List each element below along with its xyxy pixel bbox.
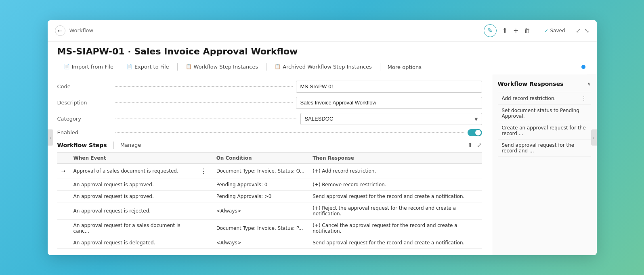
tab-import-from-file[interactable]: 📄 Import from File (57, 60, 120, 74)
archived-icon: 📋 (275, 64, 281, 69)
response-item[interactable]: Create an approval request for the recor… (498, 122, 591, 140)
th-then-response: Then Response (308, 153, 482, 164)
expand-icon[interactable]: ⤢ (576, 27, 581, 34)
right-collapse-handle[interactable]: › (591, 129, 597, 146)
page-header: MS-SIAPW-01 · Sales Invoice Approval Wor… (48, 42, 597, 74)
then-response-cell[interactable]: (+) Remove record restriction. (308, 179, 482, 190)
back-button[interactable]: ← (55, 25, 65, 36)
left-collapse-handle[interactable]: ‹ (48, 129, 53, 146)
tab-dot (581, 65, 585, 69)
on-condition-cell[interactable]: Pending Approvals: >0 (212, 190, 309, 202)
then-response-cell: Send approval request for the record and… (308, 190, 482, 202)
share-icon: ⬆ (502, 27, 508, 34)
right-panel-title: Workflow Responses (498, 81, 564, 87)
toggle-track[interactable] (468, 129, 482, 136)
table-row: An approval request for a sales document… (57, 219, 482, 237)
on-condition-cell[interactable]: <Always> (212, 237, 309, 248)
th-when-event: When Event (69, 153, 195, 164)
on-condition-cell[interactable]: Pending Approvals: 0 (212, 179, 309, 190)
th-arrow (57, 153, 69, 164)
row-options-button[interactable]: ⋮ (199, 167, 208, 176)
form-description-row: Description (57, 97, 482, 109)
then-response-cell[interactable]: (+) Reject the approval request for the … (308, 202, 482, 219)
on-condition-cell[interactable]: <Always> (212, 202, 309, 219)
window-controls: ⤢ ⤡ (576, 27, 589, 34)
steps-table: When Event On Condition Then Response →A… (57, 153, 482, 249)
enabled-label: Enabled (57, 129, 114, 135)
then-response-cell: Send approval request for the record and… (308, 237, 482, 248)
chevron-icon[interactable]: ∨ (587, 81, 591, 87)
tab-divider-2 (266, 63, 266, 71)
toggle-knob (475, 130, 481, 135)
manage-button[interactable]: Manage (120, 142, 141, 148)
nav-label: Workflow (69, 27, 94, 33)
when-event-cell: An approval request for a sales document… (69, 219, 195, 237)
code-label: Code (57, 83, 114, 90)
tab-workflow-step-instances[interactable]: 📋 Workflow Step Instances (179, 60, 265, 74)
row-dots-cell: ⋮ (195, 163, 212, 179)
response-item[interactable]: Send approval request for the record and… (498, 140, 591, 157)
workflow-step-icon: 📋 (186, 64, 192, 69)
tabs-row: 📄 Import from File 📄 Export to File 📋 Wo… (57, 60, 587, 74)
response-item[interactable]: Add record restriction.⋮ (498, 92, 591, 105)
step-expand-icon[interactable]: ⤢ (477, 142, 482, 149)
form-enabled-row: Enabled (57, 129, 482, 136)
then-response-cell[interactable]: (+) Cancel the approval request for the … (308, 219, 482, 237)
delete-icon: 🗑 (524, 27, 531, 34)
on-condition-cell[interactable]: Document Type: Invoice, Status: O... (212, 163, 309, 179)
edit-button[interactable]: ✎ (484, 24, 497, 37)
when-event-cell: An approval request is rejected. (69, 202, 195, 219)
response-item-options-button[interactable]: ⋮ (581, 95, 587, 102)
table-row: An approval request is approved.Pending … (57, 179, 482, 190)
right-panel: Workflow Responses ∨ Add record restrict… (492, 74, 597, 255)
row-arrow (57, 202, 69, 219)
title-bar: ← Workflow ✎ ⬆ + 🗑 ✓ Saved ⤢ ⤡ (48, 20, 597, 42)
category-label: Category (57, 116, 114, 122)
code-input[interactable] (296, 81, 482, 93)
content-area: Code Description Category SALESDOC ▼ (48, 74, 597, 255)
then-response-cell[interactable]: (+) Add record restriction. (308, 163, 482, 179)
step-share-icon[interactable]: ⬆ (468, 142, 473, 149)
tab-archived-workflow-step-instances[interactable]: 📋 Archived Workflow Step Instances (268, 60, 378, 74)
tabs: 📄 Import from File 📄 Export to File 📋 Wo… (57, 60, 587, 74)
toolbar-icons: ✎ ⬆ + 🗑 ✓ Saved ⤢ ⤡ (484, 24, 589, 37)
form-code-row: Code (57, 81, 482, 93)
response-item[interactable]: Set document status to Pending Approval. (498, 105, 591, 122)
category-select[interactable]: SALESDOC (300, 113, 482, 125)
step-action-icons: ⬆ ⤢ (468, 142, 482, 149)
response-item-label: Create an approval request for the recor… (502, 125, 587, 136)
minimize-icon[interactable]: ⤡ (584, 27, 589, 34)
table-header: When Event On Condition Then Response (57, 153, 482, 164)
table-row: An approval request is delegated.<Always… (57, 237, 482, 248)
response-item-label: Send approval request for the record and… (502, 142, 587, 154)
enabled-toggle[interactable] (468, 129, 482, 136)
row-dots-cell (195, 237, 212, 248)
when-event-cell: An approval request is delegated. (69, 237, 195, 248)
add-button[interactable]: + (513, 27, 518, 34)
response-item-label: Set document status to Pending Approval. (502, 108, 587, 119)
row-dots-cell (195, 190, 212, 202)
form-category-row: Category SALESDOC ▼ (57, 113, 482, 125)
more-options-button[interactable]: More options (382, 61, 427, 73)
when-event-cell: Approval of a sales document is requeste… (69, 163, 195, 179)
share-button[interactable]: ⬆ (502, 27, 508, 34)
back-icon: ← (58, 27, 63, 34)
main-content: Code Description Category SALESDOC ▼ (48, 74, 492, 255)
category-select-wrap: SALESDOC ▼ (300, 113, 482, 125)
description-input[interactable] (296, 97, 482, 109)
table-row: An approval request is approved.Pending … (57, 190, 482, 202)
add-icon: + (513, 27, 518, 34)
description-label: Description (57, 100, 114, 106)
row-arrow (57, 219, 69, 237)
table-row: An approval request is rejected.<Always>… (57, 202, 482, 219)
workflow-steps-title: Workflow Steps (57, 140, 107, 150)
tab-export-to-file[interactable]: 📄 Export to File (120, 60, 176, 74)
row-arrow (57, 179, 69, 190)
on-condition-cell[interactable]: Document Type: Invoice, Status: P... (212, 219, 309, 237)
delete-button[interactable]: 🗑 (524, 27, 531, 34)
th-dots-btn (195, 153, 212, 164)
row-dots-cell (195, 219, 212, 237)
row-arrow (57, 190, 69, 202)
table-row: →Approval of a sales document is request… (57, 163, 482, 179)
th-on-condition: On Condition (212, 153, 309, 164)
